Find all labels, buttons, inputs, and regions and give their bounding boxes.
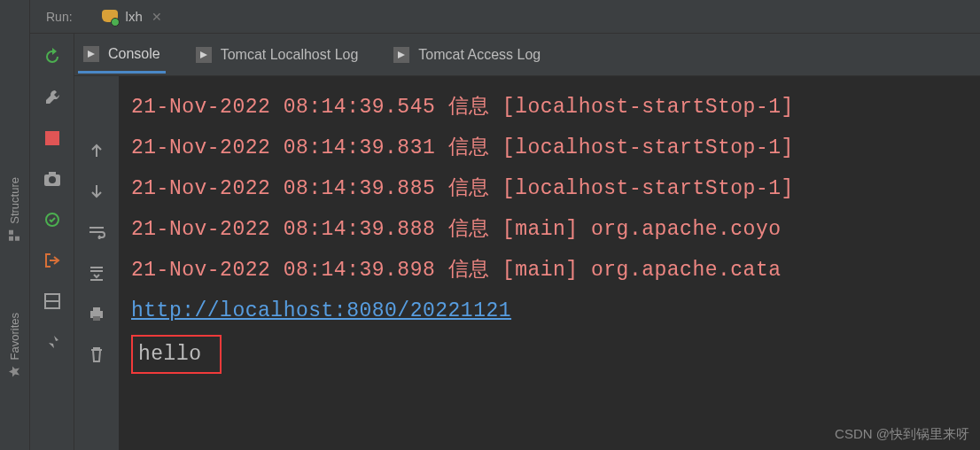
tab-label: Tomcat Access Log [418,47,541,63]
svg-rect-1 [10,230,14,235]
camera-icon[interactable] [42,168,63,190]
highlighted-output: hello [131,335,222,374]
run-config-name: lxh [126,9,143,24]
run-action-column [30,34,74,450]
play-icon [83,46,99,62]
tab-label: Console [108,46,160,62]
svg-marker-13 [398,51,405,58]
log-line: hello [138,343,202,366]
log-line: 21-Nov-2022 08:14:39.831 信息 [localhost-s… [131,136,794,159]
log-line: 21-Nov-2022 08:14:39.885 信息 [localhost-s… [131,177,794,200]
log-line: 21-Nov-2022 08:14:39.888 信息 [main] org.a… [131,218,782,241]
console-panel: Console Tomcat Localhost Log Tomcat Acce… [74,34,980,450]
run-label: Run: [46,10,73,24]
svg-marker-12 [200,51,207,58]
log-line: 21-Nov-2022 08:14:39.898 信息 [main] org.a… [131,259,782,282]
watermark: CSDN @快到锅里来呀 [835,426,969,443]
debug-update-icon[interactable] [42,209,63,230]
svg-rect-15 [93,307,100,312]
favorites-tool-button[interactable]: Favorites [8,313,21,377]
soft-wrap-icon[interactable] [86,221,107,243]
svg-rect-6 [49,172,56,175]
svg-rect-16 [93,316,100,321]
run-config-tab[interactable]: lxh ✕ [94,4,169,29]
arrow-up-icon[interactable] [86,140,107,161]
tab-console[interactable]: Console [78,37,166,74]
svg-marker-3 [10,366,20,376]
structure-label: Structure [8,177,21,224]
svg-marker-11 [88,50,95,58]
svg-rect-0 [10,237,14,241]
run-tool-window: Run: lxh ✕ [30,0,980,450]
wrench-icon[interactable] [42,87,63,108]
tab-tomcat-access-log[interactable]: Tomcat Access Log [388,38,546,72]
stop-button[interactable] [42,128,63,149]
pin-icon[interactable] [42,331,63,353]
console-action-column [74,76,119,450]
svg-rect-4 [45,131,59,145]
structure-tool-button[interactable]: Structure [8,177,21,242]
ide-left-sidebar: Structure Favorites [0,0,30,450]
log-line: 21-Nov-2022 08:14:39.545 信息 [localhost-s… [131,96,794,119]
scroll-to-end-icon[interactable] [86,262,107,283]
exit-icon[interactable] [42,250,63,271]
arrow-down-icon[interactable] [86,181,107,202]
close-icon[interactable]: ✕ [152,10,162,24]
console-tab-row: Console Tomcat Localhost Log Tomcat Acce… [74,34,980,76]
svg-rect-2 [16,237,20,241]
tab-label: Tomcat Localhost Log [221,47,359,63]
layout-icon[interactable] [42,291,63,312]
play-icon [393,47,409,63]
trash-icon[interactable] [86,344,107,365]
play-icon [196,47,212,63]
svg-point-7 [49,176,56,183]
run-top-bar: Run: lxh ✕ [30,0,980,34]
favorites-label: Favorites [8,313,21,360]
log-link[interactable]: http://localhost:8080/20221121 [131,299,511,322]
rerun-button[interactable] [42,46,63,67]
tab-tomcat-localhost-log[interactable]: Tomcat Localhost Log [191,38,364,72]
print-icon[interactable] [86,303,107,324]
tomcat-icon [101,8,119,26]
console-output[interactable]: 21-Nov-2022 08:14:39.545 信息 [localhost-s… [119,76,980,450]
